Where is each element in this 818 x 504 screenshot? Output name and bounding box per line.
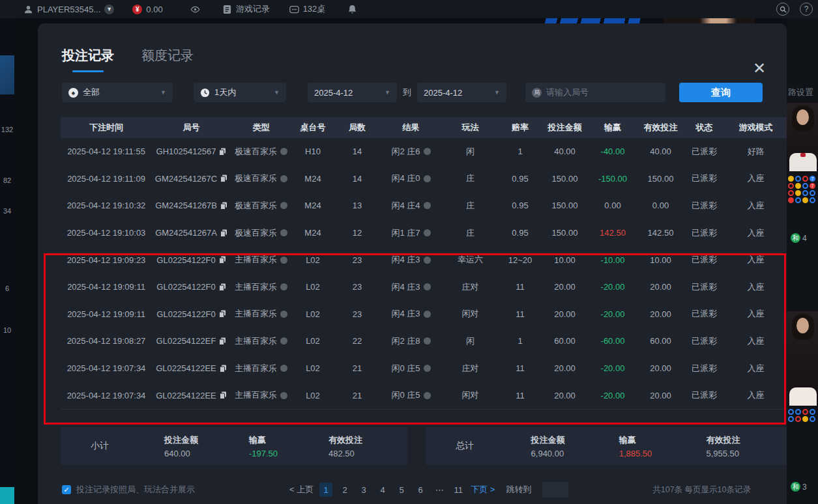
caret-down-icon: ▼ [385,89,390,96]
close-icon[interactable]: ✕ [752,61,767,77]
dealer-video-1[interactable] [787,103,818,171]
copy-icon[interactable] [219,337,226,345]
table-row[interactable]: 2025-04-12 19:11:09 GM242541267C 极速百家乐 M… [61,165,787,193]
win-loss: -20.00 [588,363,637,373]
table-row[interactable]: 2025-04-12 19:09:11 GL02254122F0 主播百家乐 L… [61,273,787,301]
table-row[interactable]: 2025-04-12 19:11:55 GH1025412567 极速百家乐 H… [61,138,787,165]
result-detail-icon[interactable] [424,337,431,344]
bet-amount: 60.00 [542,336,588,346]
result-detail-icon[interactable] [424,202,431,209]
table-row[interactable]: 2025-04-12 19:09:11 GL02254122F0 主播百家乐 L… [61,301,787,328]
round-id-cell: GM242541267A [152,228,231,238]
eye-icon[interactable] [190,5,200,14]
table-row[interactable]: 2025-04-12 19:07:34 GL02254122EE 主播百家乐 L… [61,382,787,409]
table-number: M24 [291,228,334,238]
game-mode: 入座 [725,200,787,212]
sidebar-count: 82 [0,176,14,184]
copy-icon[interactable] [220,229,227,237]
date-from-picker[interactable]: 2025-4-12 ▼ [308,83,397,102]
column-header: 赔率 [499,122,542,133]
game-type-cell: 极速百家乐 [231,227,291,239]
game-record-link[interactable]: 游戏记录 [222,3,270,15]
dealer-video-2[interactable] [787,311,818,406]
query-button[interactable]: 查询 [679,83,763,102]
prev-page-button[interactable]: < 上页 [289,484,314,496]
round-search-input[interactable]: 局 请输入局号 [525,83,665,102]
jump-page-input[interactable] [542,482,568,497]
chevron-down-icon[interactable]: ▼ [104,5,114,14]
copy-icon[interactable] [219,310,226,318]
road-settings-label: 路设置 [788,87,813,98]
info-icon [280,148,287,155]
odds: 11 [499,363,542,373]
page-button-2[interactable]: 2 [338,483,351,497]
page-button-6[interactable]: 6 [414,483,427,497]
column-header: 下注时间 [61,122,152,133]
game-type-select[interactable]: ♠ 全部 ▼ [62,83,173,102]
game-type-cell: 主播百家乐 [231,335,291,347]
bell-icon[interactable] [347,5,357,14]
play-type: 幸运六 [442,254,499,266]
result-detail-icon[interactable] [424,392,431,399]
round-number: 21 [334,391,380,400]
copy-icon[interactable] [219,256,226,264]
result-detail-icon[interactable] [424,257,431,264]
page-ellipsis[interactable]: ⋯ [433,483,446,497]
jump-label: 跳转到 [506,484,531,496]
bet-time: 2025-04-12 19:09:23 [61,255,152,265]
result-detail-icon[interactable] [424,365,431,372]
result-cell: 闲2 庄6 [380,146,442,158]
result-detail-icon[interactable] [424,283,431,290]
subtotal-valid: 有效投注 482.50 [329,434,362,458]
tab-bet-records[interactable]: 投注记录 [62,47,114,72]
sidebar-bottom-tile[interactable] [0,487,14,504]
tables-count[interactable]: 132桌 [289,3,326,15]
table-row[interactable]: 2025-04-12 19:09:23 GL02254122F0 主播百家乐 L… [61,246,787,273]
modal-footer: ✓ 投注记录按照局、玩法合并展示 < 上页 123456⋯11 下页 > 跳转到… [62,482,751,497]
valid-bet: 142.50 [637,228,684,238]
roadmap-dot [810,197,815,203]
player-account[interactable]: PLAYER53545... ▼ [23,5,114,14]
round-number: 13 [334,201,380,210]
date-to-picker[interactable]: 2025-4-12 ▼ [417,83,506,102]
win-loss: -40.00 [588,147,637,156]
copy-icon[interactable] [220,365,227,372]
search-icon[interactable] [776,3,789,16]
tab-quota-records[interactable]: 额度记录 [141,47,194,72]
page-button-3[interactable]: 3 [357,483,370,497]
next-page-button[interactable]: 下页 > [471,484,495,496]
copy-icon[interactable] [220,391,227,399]
bet-amount: 20.00 [542,363,588,373]
sidebar-active-item[interactable] [0,55,14,94]
copy-icon[interactable] [220,175,227,182]
roadmap-dot [795,183,801,189]
result-detail-icon[interactable] [424,175,431,182]
page-button-1[interactable]: 1 [319,483,332,497]
copy-icon[interactable] [219,148,226,156]
total-block: 总计 投注金额 6,940.00 输赢 1,885.50 有效投注 5,955.… [426,427,787,465]
table-row[interactable]: 2025-04-12 19:08:27 GL02254122EF 主播百家乐 L… [61,328,787,355]
help-icon[interactable]: ? [800,3,813,16]
result-detail-icon[interactable] [424,311,431,318]
result-detail-icon[interactable] [424,148,431,155]
round-id-cell: GL02254122F0 [152,282,231,292]
table-row[interactable]: 2025-04-12 19:07:34 GL02254122EE 主播百家乐 L… [61,355,787,382]
game-mode: 好路 [725,146,787,158]
table-row[interactable]: 2025-04-12 19:10:32 GM242541267B 极速百家乐 M… [61,192,787,219]
copy-icon[interactable] [219,283,226,291]
table-number: L02 [291,309,334,319]
copy-icon[interactable] [220,202,227,210]
merge-checkbox[interactable]: ✓ [62,485,71,494]
page-button-4[interactable]: 4 [376,483,389,497]
time-range-select[interactable]: 1天内 ▼ [194,83,286,102]
bet-amount: 20.00 [542,309,588,319]
page-button-11[interactable]: 11 [452,483,465,497]
result-detail-icon[interactable] [424,229,431,236]
table-row[interactable]: 2025-04-12 19:10:03 GM242541267A 极速百家乐 M… [61,219,787,247]
user-icon [23,5,33,14]
result-cell: 闲4 庄3 [380,254,442,266]
roadmap-dot [795,176,801,182]
tie-count: 4 [802,234,807,243]
status: 已派彩 [684,227,725,239]
page-button-5[interactable]: 5 [395,483,408,497]
